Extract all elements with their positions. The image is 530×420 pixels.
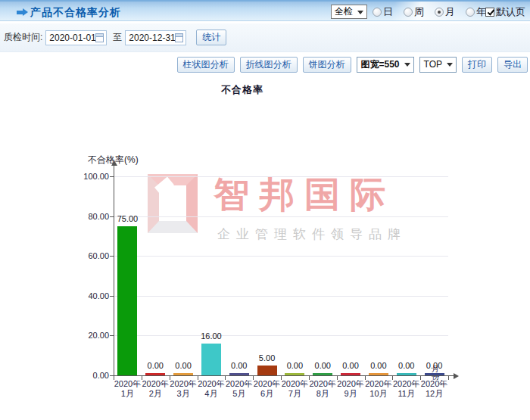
- bar-11月: [397, 373, 416, 375]
- bar-value-label: 0.00: [161, 361, 206, 370]
- bar-value-label: 16.00: [189, 331, 234, 341]
- y-axis-tick-label: 20.00: [70, 331, 109, 340]
- bar-5月: [229, 373, 249, 375]
- x-axis-category-label: 2020年12月: [413, 379, 456, 399]
- app-window: 产品不合格率分析 全检 日周月年 默认页 质检时间: 2020-01-01 至 …: [0, 0, 530, 420]
- bar-12月: [425, 373, 444, 375]
- y-axis-tick-label: 0.00: [70, 371, 109, 380]
- x-axis-arrow: [454, 373, 459, 379]
- bar-7月: [285, 373, 304, 375]
- y-axis-tick-label: 100.00: [70, 172, 109, 181]
- bar-8月: [313, 373, 332, 375]
- y-axis-line: [114, 166, 114, 376]
- bar-2月: [145, 373, 165, 375]
- gridline: [114, 216, 448, 217]
- y-axis-tick-label: 80.00: [70, 212, 109, 221]
- gridline: [114, 176, 448, 177]
- gridline: [114, 335, 448, 336]
- bar-10月: [369, 373, 388, 375]
- bar-1月: [117, 226, 137, 375]
- gridline: [114, 256, 448, 257]
- bar-4月: [201, 344, 221, 375]
- bar-value-label: 0.00: [412, 361, 457, 370]
- y-axis-tick-label: 40.00: [70, 291, 109, 300]
- y-axis-tick-label: 60.00: [70, 251, 109, 260]
- x-axis-line: [110, 375, 454, 376]
- bar-value-label: 75.00: [104, 214, 150, 223]
- y-axis-arrow: [111, 160, 117, 166]
- bar-3月: [173, 373, 193, 375]
- bar-9月: [341, 373, 360, 375]
- bar-chart: 不合格率(%) 月份 0.0020.0040.0060.0080.00100.0…: [0, 0, 530, 420]
- gridline: [114, 296, 448, 297]
